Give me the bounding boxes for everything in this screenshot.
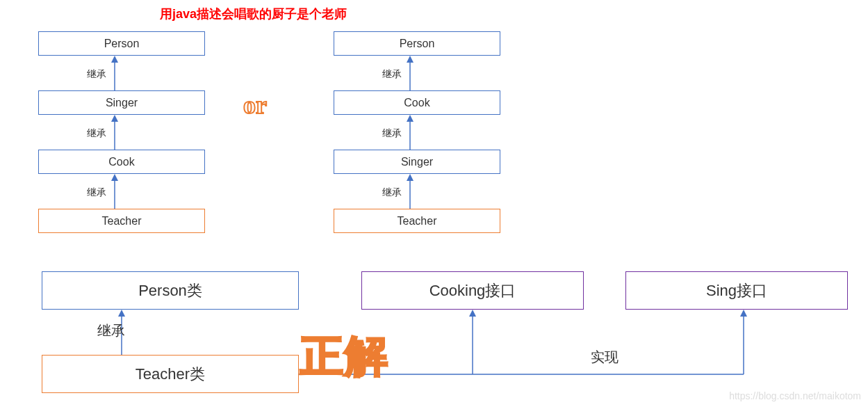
teacher-class-box: Teacher类 <box>42 355 299 393</box>
or-text: or <box>243 90 267 120</box>
h2-singer-box: Singer <box>334 150 500 174</box>
diagram-title: 用java描述会唱歌的厨子是个老师 <box>160 6 347 22</box>
h1-inherit2: 继承 <box>87 127 106 140</box>
h1-person-label: Person <box>104 38 140 50</box>
h2-person-label: Person <box>400 38 435 50</box>
h1-arrow2 <box>108 115 122 150</box>
h2-arrow1 <box>403 56 417 90</box>
h1-singer-box: Singer <box>38 90 205 115</box>
cooking-interface-box: Cooking接口 <box>361 271 584 310</box>
svg-marker-1 <box>111 56 118 63</box>
h1-teacher-box: Teacher <box>38 209 205 233</box>
svg-marker-13 <box>118 310 125 317</box>
teacher-class-label: Teacher类 <box>136 364 205 385</box>
h1-person-box: Person <box>38 31 205 56</box>
h1-arrow3 <box>108 174 122 209</box>
h1-arrow1 <box>108 56 122 90</box>
h2-inherit3: 继承 <box>382 186 402 199</box>
svg-marker-7 <box>407 56 413 63</box>
h1-inherit3: 继承 <box>87 186 106 199</box>
h2-inherit2: 继承 <box>382 127 402 140</box>
h2-teacher-label: Teacher <box>398 215 437 228</box>
h2-cook-label: Cook <box>404 97 429 109</box>
person-class-box: Person类 <box>42 271 299 310</box>
h1-inherit1: 继承 <box>87 68 106 81</box>
h2-singer-label: Singer <box>401 156 433 168</box>
svg-marker-18 <box>740 310 747 317</box>
h1-teacher-label: Teacher <box>102 215 142 228</box>
sol-inherit-label: 继承 <box>97 321 125 340</box>
cooking-interface-label: Cooking接口 <box>429 280 516 301</box>
h2-person-box: Person <box>334 31 500 56</box>
sing-interface-label: Sing接口 <box>706 280 767 301</box>
h2-teacher-box: Teacher <box>334 209 500 233</box>
h1-singer-label: Singer <box>106 97 138 109</box>
sing-interface-box: Sing接口 <box>625 271 848 310</box>
svg-marker-9 <box>407 115 413 122</box>
h2-cook-box: Cook <box>334 90 500 115</box>
h2-arrow2 <box>403 115 417 150</box>
svg-marker-3 <box>111 115 118 122</box>
h2-arrow3 <box>403 174 417 209</box>
svg-marker-5 <box>111 174 118 181</box>
h2-inherit1: 继承 <box>382 68 402 81</box>
h1-cook-box: Cook <box>38 150 205 174</box>
h1-cook-label: Cook <box>108 156 134 168</box>
svg-marker-11 <box>407 174 413 181</box>
person-class-label: Person类 <box>138 280 202 301</box>
sol-implement-label: 实现 <box>591 348 619 367</box>
svg-marker-16 <box>469 310 476 317</box>
watermark: https://blog.csdn.net/maikotom <box>729 390 861 401</box>
answer-text: 正解 <box>300 327 389 385</box>
